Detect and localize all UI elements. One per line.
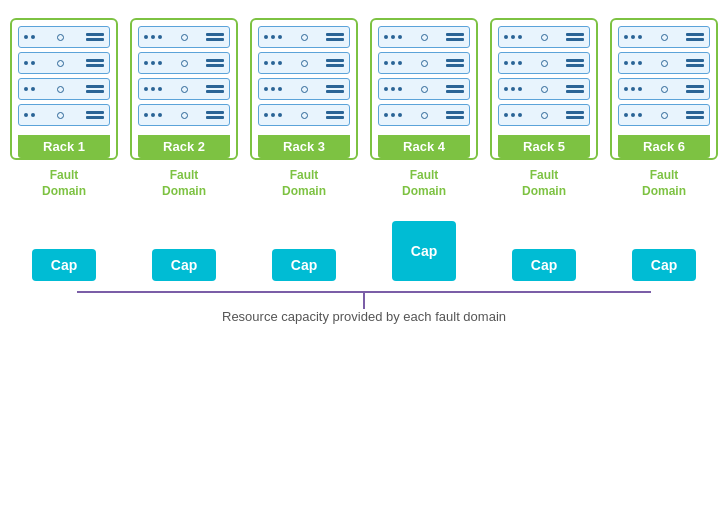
rack-box-4: Rack 4	[370, 18, 478, 160]
server-row	[18, 26, 110, 48]
server-row	[18, 78, 110, 100]
cap-slot-2: Cap	[130, 249, 238, 281]
server-row	[498, 104, 590, 126]
cap-box-4: Cap	[392, 221, 456, 281]
bottom-label: Resource capacity provided by each fault…	[222, 309, 506, 324]
rack-unit-2: Rack 2 FaultDomain	[130, 18, 238, 199]
cap-box-5: Cap	[512, 249, 576, 281]
rack-box-2: Rack 2	[130, 18, 238, 160]
fault-domain-label-5: FaultDomain	[522, 168, 566, 199]
cap-slot-1: Cap	[10, 249, 118, 281]
rack-label-3: Rack 3	[258, 135, 350, 158]
server-row	[618, 26, 710, 48]
rack-box-3: Rack 3	[250, 18, 358, 160]
rack-box-6: Rack 6	[610, 18, 718, 160]
server-row	[498, 52, 590, 74]
server-row	[138, 104, 230, 126]
server-row	[258, 78, 350, 100]
server-row	[18, 104, 110, 126]
fault-domain-label-6: FaultDomain	[642, 168, 686, 199]
line-container: Resource capacity provided by each fault…	[10, 291, 718, 324]
rack-unit-1: Rack 1 FaultDomain	[10, 18, 118, 199]
rack-label-1: Rack 1	[18, 135, 110, 158]
vertical-tick	[363, 291, 365, 309]
rack-unit-4: Rack 4 FaultDomain	[370, 18, 478, 199]
server-row	[378, 52, 470, 74]
server-row	[258, 26, 350, 48]
server-row	[618, 104, 710, 126]
server-row	[258, 104, 350, 126]
fault-domain-label-4: FaultDomain	[402, 168, 446, 199]
racks-row: Rack 1 FaultDomain	[10, 18, 718, 199]
cap-slot-6: Cap	[610, 249, 718, 281]
cap-box-3: Cap	[272, 249, 336, 281]
server-row	[378, 104, 470, 126]
fault-domain-label-3: FaultDomain	[282, 168, 326, 199]
rack-label-4: Rack 4	[378, 135, 470, 158]
rack-box-1: Rack 1	[10, 18, 118, 160]
rack-label-5: Rack 5	[498, 135, 590, 158]
server-row	[18, 52, 110, 74]
server-row	[138, 26, 230, 48]
rack-unit-5: Rack 5 FaultDomain	[490, 18, 598, 199]
caps-row: Cap Cap Cap Cap Cap Cap	[10, 221, 718, 281]
cap-slot-4: Cap	[370, 221, 478, 281]
cap-box-1: Cap	[32, 249, 96, 281]
rack-label-2: Rack 2	[138, 135, 230, 158]
rack-label-6: Rack 6	[618, 135, 710, 158]
server-row	[138, 52, 230, 74]
server-row	[378, 26, 470, 48]
cap-box-2: Cap	[152, 249, 216, 281]
server-row	[138, 78, 230, 100]
rack-unit-6: Rack 6 FaultDomain	[610, 18, 718, 199]
cap-slot-5: Cap	[490, 249, 598, 281]
server-row	[618, 78, 710, 100]
server-row	[258, 52, 350, 74]
server-row	[498, 78, 590, 100]
cap-slot-3: Cap	[250, 249, 358, 281]
fault-domain-label-1: FaultDomain	[42, 168, 86, 199]
server-row	[618, 52, 710, 74]
server-row	[498, 26, 590, 48]
fault-domain-label-2: FaultDomain	[162, 168, 206, 199]
cap-box-6: Cap	[632, 249, 696, 281]
rack-box-5: Rack 5	[490, 18, 598, 160]
server-row	[378, 78, 470, 100]
rack-unit-3: Rack 3 FaultDomain	[250, 18, 358, 199]
